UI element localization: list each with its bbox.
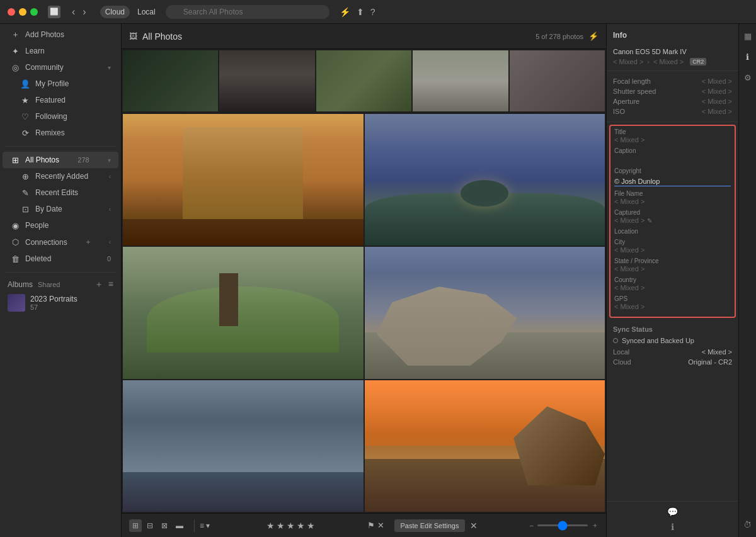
forward-button[interactable]: › (80, 5, 88, 19)
cloud-sync-label: Cloud (613, 358, 631, 366)
remixes-label: Remixes (35, 128, 65, 137)
copyright-field[interactable]: Copyright (614, 167, 731, 186)
star-4[interactable]: ★ (297, 521, 305, 531)
mixed-val-1: < Mixed > (613, 58, 643, 65)
following-label: Following (35, 112, 67, 121)
sidebar-library-section: ⊞ All Photos 278 ▾ ⊕ Recently Added ‹ ✎ … (0, 149, 121, 269)
sync-section: Sync Status Synced and Backed Up Local <… (607, 320, 738, 373)
add-connection-icon[interactable]: ＋ (84, 237, 92, 247)
title-field: Title < Mixed > (614, 128, 731, 144)
maximize-button[interactable] (30, 8, 38, 16)
exif-section: Focal length < Mixed > Shutter speed < M… (607, 71, 738, 122)
state-field-value: < Mixed > (614, 265, 731, 273)
filter-icon[interactable]: ⚡ (588, 31, 598, 41)
filter-icon[interactable]: ⚡ (340, 7, 350, 17)
columns-view-button[interactable]: ⊠ (158, 519, 171, 532)
close-paste-button[interactable]: ✕ (470, 521, 478, 531)
cloud-sync-row: Cloud Original - CR2 (613, 358, 732, 366)
adjustments-icon[interactable]: ⚙ (742, 71, 754, 85)
zoom-out-icon[interactable]: − (530, 522, 534, 529)
sidebar: ＋ Add Photos ✦ Learn ◎ Community ▾ 👤 My … (0, 24, 122, 537)
histogram-icon[interactable]: ▦ (742, 29, 754, 43)
camera-mixed-row: < Mixed > › < Mixed > CR2 (613, 58, 732, 65)
sidebar-item-learn[interactable]: ✦ Learn (3, 43, 118, 59)
thumb-3[interactable] (316, 50, 411, 111)
star-3[interactable]: ★ (287, 521, 295, 531)
thumb-5[interactable] (510, 50, 605, 111)
star-5[interactable]: ★ (307, 521, 315, 531)
grid-view-button[interactable]: ⊞ (129, 519, 142, 532)
main-photo-6[interactable] (365, 380, 605, 512)
community-icon: ◎ (10, 62, 20, 72)
sidebar-item-by-date[interactable]: ⊡ By Date ‹ (3, 201, 118, 217)
chevron-down-icon-2: ▾ (108, 157, 111, 164)
sidebar-toggle-icon[interactable]: ⬜ (48, 6, 60, 18)
album-thumbnail (8, 294, 25, 312)
album-item-2023-portraits[interactable]: 2023 Portraits 57 (0, 291, 121, 314)
paste-edit-settings-button[interactable]: Paste Edit Settings (394, 519, 466, 532)
captured-field-value: < Mixed > (614, 217, 644, 224)
focal-length-val: < Mixed > (702, 77, 732, 85)
info-panel-icon[interactable]: ℹ (743, 50, 752, 64)
plus-icon: ＋ (10, 30, 20, 40)
captured-edit-icon[interactable]: ✎ (647, 217, 652, 224)
sidebar-item-connections[interactable]: ⬡ Connections ＋ ‹ (3, 234, 118, 251)
sidebar-item-following[interactable]: ♡ Following (3, 108, 118, 125)
copyright-input[interactable] (614, 177, 731, 186)
thumb-1[interactable] (123, 50, 218, 111)
reject-icon[interactable]: ✕ (377, 521, 384, 530)
clock-icon[interactable]: ⏱ (741, 517, 754, 532)
main-photo-2[interactable] (365, 114, 605, 246)
people-label: People (25, 221, 49, 230)
search-wrap (166, 5, 329, 19)
thumb-4[interactable] (413, 50, 508, 111)
zoom-slider[interactable] (537, 524, 588, 526)
thumb-2[interactable] (219, 50, 314, 111)
main-photo-3[interactable] (123, 247, 364, 378)
close-button[interactable] (8, 8, 15, 16)
metadata-highlighted-section: Title < Mixed > Caption Copyright File N… (609, 125, 736, 318)
sidebar-item-recent-edits[interactable]: ✎ Recent Edits (3, 184, 118, 201)
flag-icon[interactable]: ⚑ (367, 521, 375, 530)
camera-model: Canon EOS 5D Mark IV (613, 48, 732, 55)
camera-section: Canon EOS 5D Mark IV < Mixed > › < Mixed… (607, 43, 738, 71)
main-photo-5[interactable] (123, 380, 364, 512)
city-field-label: City (614, 239, 731, 246)
zoom-in-icon[interactable]: ＋ (592, 521, 598, 530)
sort-button[interactable]: ≡ ▾ (194, 519, 215, 532)
iso-row: ISO < Mixed > (613, 106, 732, 116)
sidebar-item-people[interactable]: ◉ People (3, 217, 118, 234)
sidebar-item-remixes[interactable]: ⟳ Remixes (3, 125, 118, 141)
info-icon[interactable]: ℹ (671, 522, 674, 532)
back-button[interactable]: ‹ (69, 5, 77, 19)
sidebar-item-featured[interactable]: ★ Featured (3, 92, 118, 108)
list-view-button[interactable]: ▬ (173, 519, 186, 532)
main-photo-4[interactable] (365, 247, 605, 378)
list-view-icon[interactable]: ≡ (108, 279, 113, 290)
local-sync-label: Local (613, 348, 629, 356)
minimize-button[interactable] (19, 8, 26, 16)
calendar-icon: ⊡ (20, 204, 30, 214)
help-icon[interactable]: ? (370, 7, 375, 17)
search-input[interactable] (166, 5, 329, 19)
gps-field-value: < Mixed > (614, 303, 731, 310)
local-button[interactable]: Local (132, 6, 161, 18)
star-2[interactable]: ★ (277, 521, 285, 531)
album-info: 2023 Portraits 57 (30, 295, 77, 311)
sidebar-item-community[interactable]: ◎ Community ▾ (3, 59, 118, 76)
star-1[interactable]: ★ (266, 521, 275, 531)
add-album-icon[interactable]: ＋ (94, 279, 103, 290)
sidebar-item-my-profile[interactable]: 👤 My Profile (3, 76, 118, 92)
chat-icon[interactable]: 💬 (667, 507, 678, 517)
sidebar-item-recently-added[interactable]: ⊕ Recently Added ‹ (3, 168, 118, 184)
sidebar-divider-2 (5, 272, 116, 273)
grid-view-2-button[interactable]: ⊟ (144, 519, 156, 532)
main-photo-1[interactable] (123, 114, 364, 246)
content-title: All Photos (142, 31, 182, 42)
sidebar-item-add-photos[interactable]: ＋ Add Photos (3, 26, 118, 43)
sidebar-item-all-photos[interactable]: ⊞ All Photos 278 ▾ (3, 152, 118, 168)
sidebar-item-deleted[interactable]: 🗑 Deleted 0 (3, 251, 118, 267)
share-icon[interactable]: ⬆ (357, 7, 364, 17)
country-field: Country < Mixed > (614, 276, 731, 291)
cloud-button[interactable]: Cloud (100, 6, 130, 18)
